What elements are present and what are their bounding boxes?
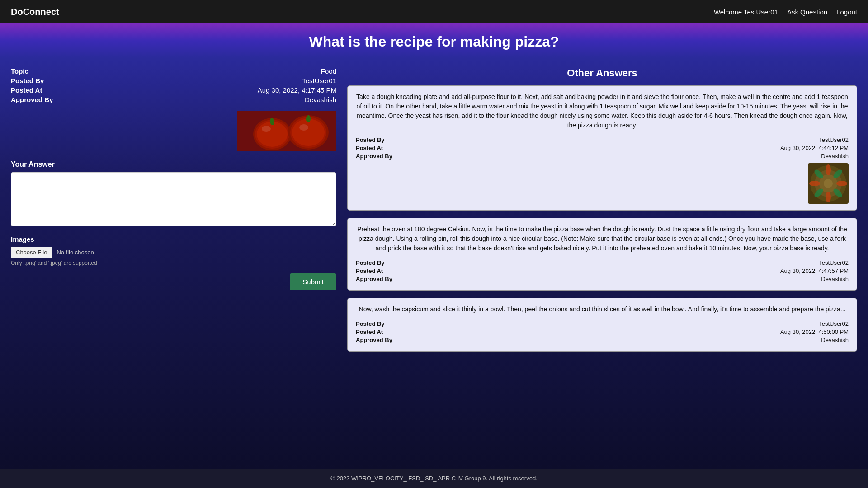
- navbar-right: Welcome TestUser01 Ask Question Logout: [714, 8, 857, 16]
- navbar: DoConnect Welcome TestUser01 Ask Questio…: [0, 0, 868, 23]
- svg-point-11: [262, 126, 271, 132]
- answer-approved-by-label: Approved By: [356, 276, 392, 282]
- answer-approved-by-value: Devashish: [821, 153, 849, 160]
- answer-card: Take a dough kneading plate and add all-…: [347, 85, 857, 211]
- answer-card: Now, wash the capsicum and slice it thin…: [347, 298, 857, 352]
- question-meta: Topic Food Posted By TestUser01 Posted A…: [11, 67, 336, 103]
- images-label: Images: [11, 235, 336, 243]
- answer-posted-at-label: Posted At: [356, 328, 383, 335]
- answer-approved-by-value: Devashish: [821, 276, 849, 282]
- answer-approved-by-label: Approved By: [356, 337, 392, 343]
- brand-logo: DoConnect: [11, 7, 59, 17]
- svg-point-19: [826, 192, 831, 202]
- ask-question-link[interactable]: Ask Question: [787, 8, 827, 16]
- welcome-text: Welcome TestUser01: [714, 8, 778, 16]
- svg-point-21: [836, 181, 847, 186]
- answer-approved-by-row: Approved By Devashish: [356, 276, 849, 282]
- right-panel: Other Answers Take a dough kneading plat…: [347, 67, 857, 469]
- svg-point-18: [826, 164, 831, 175]
- answer-posted-by-row: Posted By TestUser02: [356, 136, 849, 143]
- answer-image-row: [356, 163, 849, 204]
- submit-button[interactable]: Submit: [290, 273, 336, 290]
- answer-posted-at-row: Posted At Aug 30, 2022, 4:47:57 PM: [356, 267, 849, 274]
- answer-posted-by-value: TestUser02: [819, 259, 849, 266]
- approved-by-value: Devashish: [305, 96, 336, 103]
- answer-posted-by-row: Posted By TestUser02: [356, 259, 849, 266]
- approved-by-label: Approved By: [11, 96, 53, 103]
- topic-value: Food: [321, 67, 336, 75]
- answers-container: Take a dough kneading plate and add all-…: [347, 85, 857, 352]
- choose-file-button[interactable]: Choose File: [11, 247, 52, 258]
- answer-approved-by-row: Approved By Devashish: [356, 153, 849, 160]
- answer-posted-at-row: Posted At Aug 30, 2022, 4:44:12 PM: [356, 145, 849, 151]
- question-image: [237, 111, 336, 151]
- footer-text: © 2022 WIPRO_VELOCITY_ FSD_ SD_ APR C IV…: [330, 475, 538, 482]
- other-answers-title: Other Answers: [347, 67, 857, 79]
- approved-by-row: Approved By Devashish: [11, 96, 336, 103]
- svg-point-3: [257, 122, 288, 147]
- file-hint: Only '.png' and '.jpeg' are supported: [11, 260, 336, 266]
- posted-by-label: Posted By: [11, 77, 44, 84]
- answer-approved-by-label: Approved By: [356, 153, 392, 160]
- answer-text: Take a dough kneading plate and add all-…: [356, 92, 849, 130]
- posted-at-row: Posted At Aug 30, 2022, 4:17:45 PM: [11, 86, 336, 94]
- answer-posted-at-value: Aug 30, 2022, 4:50:00 PM: [780, 328, 849, 335]
- posted-at-value: Aug 30, 2022, 4:17:45 PM: [258, 86, 336, 94]
- answer-posted-by-label: Posted By: [356, 320, 385, 327]
- file-input-row: Choose File No file chosen: [11, 247, 336, 258]
- answer-posted-by-label: Posted By: [356, 259, 385, 266]
- topic-row: Topic Food: [11, 67, 336, 75]
- answer-image-thumb: [808, 163, 849, 204]
- no-file-text: No file chosen: [57, 249, 94, 256]
- left-panel: Topic Food Posted By TestUser01 Posted A…: [11, 67, 336, 469]
- svg-rect-10: [307, 116, 309, 121]
- main-content: Topic Food Posted By TestUser01 Posted A…: [0, 58, 868, 469]
- answer-posted-at-value: Aug 30, 2022, 4:47:57 PM: [780, 267, 849, 274]
- svg-point-12: [299, 124, 308, 131]
- answer-posted-at-label: Posted At: [356, 267, 383, 274]
- logout-link[interactable]: Logout: [836, 8, 857, 16]
- answer-textarea[interactable]: [11, 172, 336, 226]
- answer-posted-at-value: Aug 30, 2022, 4:44:12 PM: [780, 145, 849, 151]
- page-header: What is the recipe for making pizza?: [0, 23, 868, 58]
- posted-by-row: Posted By TestUser01: [11, 77, 336, 84]
- your-answer-label: Your Answer: [11, 160, 336, 169]
- answer-text: Now, wash the capsicum and slice it thin…: [356, 305, 849, 314]
- page-title: What is the recipe for making pizza?: [9, 33, 859, 50]
- answer-posted-at-label: Posted At: [356, 145, 383, 151]
- svg-point-20: [809, 181, 820, 186]
- svg-rect-5: [271, 119, 273, 123]
- answer-posted-at-row: Posted At Aug 30, 2022, 4:50:00 PM: [356, 328, 849, 335]
- footer: © 2022 WIPRO_VELOCITY_ FSD_ SD_ APR C IV…: [0, 469, 868, 488]
- answer-posted-by-value: TestUser02: [819, 320, 849, 327]
- posted-at-label: Posted At: [11, 86, 42, 94]
- answer-approved-by-value: Devashish: [821, 337, 849, 343]
- answer-card: Preheat the oven at 180 degree Celsius. …: [347, 218, 857, 291]
- svg-point-8: [292, 119, 325, 146]
- submit-row: Submit: [11, 273, 336, 290]
- answer-posted-by-value: TestUser02: [819, 136, 849, 143]
- answer-posted-by-row: Posted By TestUser02: [356, 320, 849, 327]
- answer-posted-by-label: Posted By: [356, 136, 385, 143]
- answer-text: Preheat the oven at 180 degree Celsius. …: [356, 225, 849, 253]
- topic-label: Topic: [11, 67, 28, 75]
- answer-approved-by-row: Approved By Devashish: [356, 337, 849, 343]
- svg-point-17: [824, 179, 833, 188]
- posted-by-value: TestUser01: [302, 77, 336, 84]
